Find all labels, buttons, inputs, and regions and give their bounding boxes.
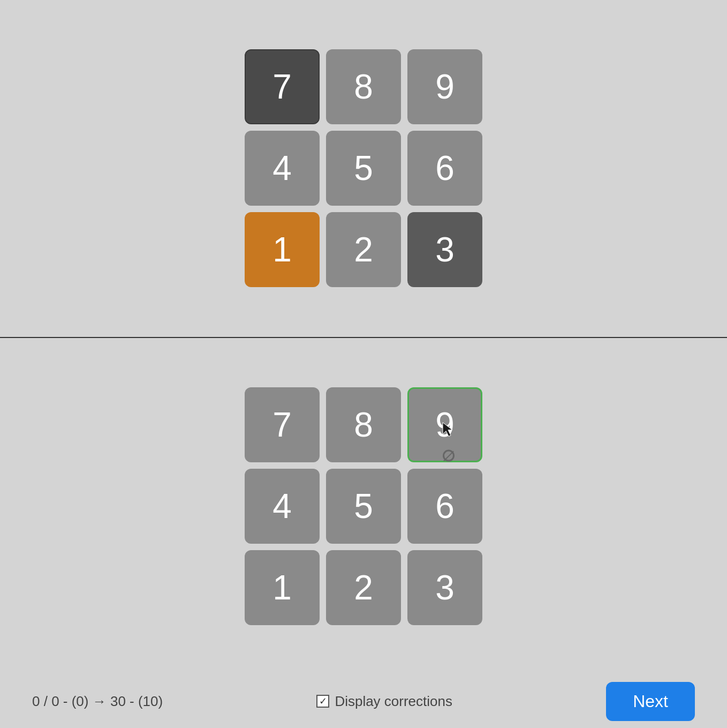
bottom-section: 7 8 9 4 5 6 1 [0, 338, 727, 675]
bottom-btn-8[interactable]: 8 [326, 387, 401, 462]
bottom-btn-3[interactable]: 3 [407, 550, 482, 625]
top-btn-2[interactable]: 2 [326, 212, 401, 287]
bottom-btn-4[interactable]: 4 [245, 469, 320, 544]
display-corrections-checkbox[interactable]: ✓ [316, 695, 329, 708]
top-btn-7[interactable]: 7 [245, 49, 320, 124]
score-display: 0 / 0 - (0) → 30 - (10) [32, 693, 163, 710]
bottom-btn-5[interactable]: 5 [326, 469, 401, 544]
top-btn-5[interactable]: 5 [326, 131, 401, 206]
checkmark-icon: ✓ [319, 696, 327, 706]
display-corrections-label: Display corrections [335, 693, 452, 710]
bottom-numpad: 7 8 9 4 5 6 1 [245, 387, 482, 625]
footer: 0 / 0 - (0) → 30 - (10) ✓ Display correc… [0, 674, 727, 728]
no-entry-icon [443, 449, 455, 461]
top-btn-1[interactable]: 1 [245, 212, 320, 287]
display-corrections-container[interactable]: ✓ Display corrections [316, 693, 452, 710]
top-btn-6[interactable]: 6 [407, 131, 482, 206]
bottom-btn-6[interactable]: 6 [407, 469, 482, 544]
bottom-btn-7[interactable]: 7 [245, 387, 320, 462]
bottom-btn-2[interactable]: 2 [326, 550, 401, 625]
top-section: 7 8 9 4 5 6 1 2 3 [0, 0, 727, 337]
top-btn-3[interactable]: 3 [407, 212, 482, 287]
next-button[interactable]: Next [606, 682, 695, 721]
top-btn-9[interactable]: 9 [407, 49, 482, 124]
top-btn-8[interactable]: 8 [326, 49, 401, 124]
top-btn-4[interactable]: 4 [245, 131, 320, 206]
bottom-btn-9[interactable]: 9 [407, 387, 482, 462]
bottom-btn-1[interactable]: 1 [245, 550, 320, 625]
top-numpad: 7 8 9 4 5 6 1 2 3 [245, 49, 482, 287]
